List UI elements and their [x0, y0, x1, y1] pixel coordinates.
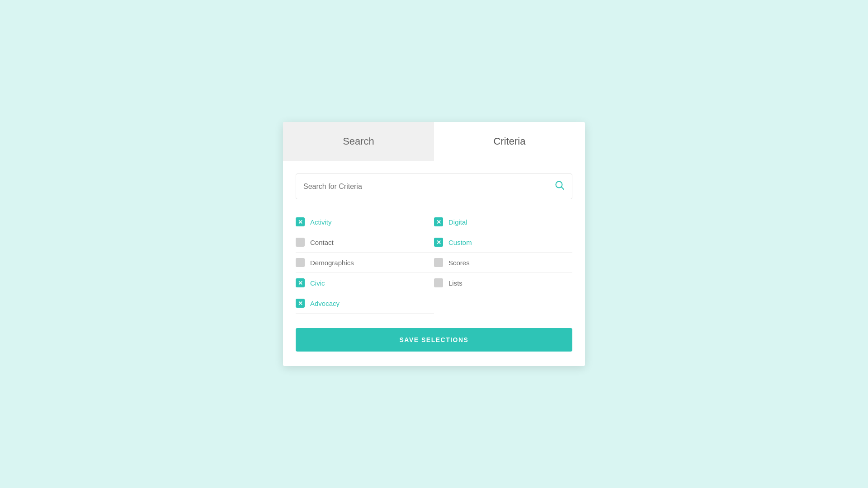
- tab-search[interactable]: Search: [283, 122, 434, 161]
- checkbox-lists[interactable]: [434, 278, 443, 287]
- criteria-item-activity[interactable]: ✕ Activity: [296, 212, 434, 232]
- criteria-item-demographics[interactable]: Demographics: [296, 253, 434, 273]
- tab-criteria[interactable]: Criteria: [434, 122, 585, 161]
- search-input[interactable]: [303, 183, 555, 191]
- criteria-grid: ✕ Activity Contact Demographics ✕ Civic: [296, 212, 572, 314]
- checkbox-contact[interactable]: [296, 238, 305, 247]
- criteria-label-activity: Activity: [310, 218, 332, 226]
- checkbox-advocacy[interactable]: ✕: [296, 299, 305, 308]
- criteria-item-contact[interactable]: Contact: [296, 232, 434, 253]
- checkbox-scores[interactable]: [434, 258, 443, 267]
- criteria-label-advocacy: Advocacy: [310, 300, 340, 307]
- criteria-label-civic: Civic: [310, 279, 325, 287]
- tab-bar: Search Criteria: [283, 122, 585, 161]
- search-icon[interactable]: [555, 180, 565, 192]
- criteria-label-demographics: Demographics: [310, 259, 354, 267]
- criteria-item-lists[interactable]: Lists: [434, 273, 572, 293]
- criteria-label-scores: Scores: [448, 259, 470, 267]
- save-selections-button[interactable]: SAVE SELECTIONS: [296, 328, 572, 352]
- modal-container: Search Criteria ✕ Activity: [283, 122, 585, 366]
- checkbox-demographics[interactable]: [296, 258, 305, 267]
- search-box: [296, 174, 572, 199]
- criteria-item-custom[interactable]: ✕ Custom: [434, 232, 572, 253]
- criteria-label-contact: Contact: [310, 239, 334, 246]
- svg-line-1: [561, 187, 564, 189]
- checkbox-custom[interactable]: ✕: [434, 238, 443, 247]
- criteria-label-custom: Custom: [448, 239, 472, 246]
- criteria-label-lists: Lists: [448, 279, 462, 287]
- checkbox-activity[interactable]: ✕: [296, 217, 305, 226]
- criteria-right-column: ✕ Digital ✕ Custom Scores Lists: [434, 212, 572, 314]
- criteria-item-civic[interactable]: ✕ Civic: [296, 273, 434, 293]
- criteria-item-advocacy[interactable]: ✕ Advocacy: [296, 293, 434, 314]
- criteria-item-digital[interactable]: ✕ Digital: [434, 212, 572, 232]
- checkbox-civic[interactable]: ✕: [296, 278, 305, 287]
- checkbox-digital[interactable]: ✕: [434, 217, 443, 226]
- criteria-item-scores[interactable]: Scores: [434, 253, 572, 273]
- criteria-label-digital: Digital: [448, 218, 467, 226]
- modal-body: ✕ Activity Contact Demographics ✕ Civic: [283, 161, 585, 366]
- criteria-left-column: ✕ Activity Contact Demographics ✕ Civic: [296, 212, 434, 314]
